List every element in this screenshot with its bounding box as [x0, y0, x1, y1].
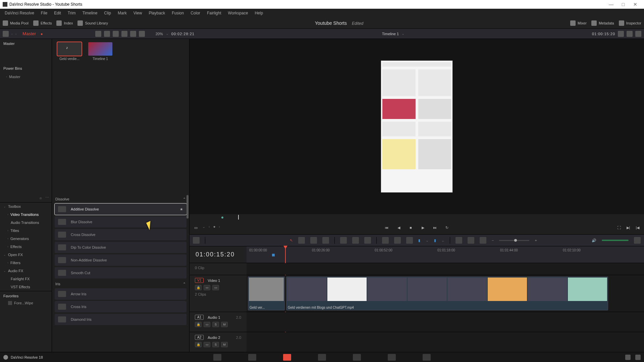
go-end-icon[interactable]: ▶| — [625, 225, 631, 231]
menu-clip[interactable]: Clip — [101, 11, 114, 15]
page-fusion[interactable] — [318, 354, 326, 361]
fullscreen-icon[interactable]: ⛶ — [616, 225, 622, 231]
fx-additive-dissolve[interactable]: Additive Dissolve★ — [55, 203, 186, 215]
effects-toggle[interactable]: Effects — [33, 20, 52, 26]
stop-button[interactable]: ■ — [408, 225, 414, 231]
link-icon[interactable] — [394, 237, 401, 244]
a2-lock-icon[interactable]: 🔒 — [195, 342, 202, 347]
zoom-detail-icon[interactable] — [480, 237, 486, 244]
fx-non-additive[interactable]: Non-Additive Dissolve — [55, 254, 186, 266]
marker-icon[interactable]: ▮ — [434, 238, 436, 243]
fxtree-video-transitions[interactable]: ›Video Transitions — [0, 210, 52, 219]
timeline-view-icon[interactable] — [193, 237, 200, 244]
view-thumbs-icon[interactable] — [95, 31, 101, 37]
timeline-ruler[interactable]: 01:00:00:00 01:00:26:00 01:00:52:00 01:0… — [247, 246, 644, 263]
powerbin-master[interactable]: ›Master — [0, 73, 52, 80]
zoom-out[interactable]: − — [492, 238, 494, 242]
menu-playback[interactable]: Playback — [146, 11, 168, 15]
home-icon[interactable] — [625, 355, 631, 360]
v1-tag[interactable]: V1 — [195, 278, 204, 283]
zoom-in[interactable]: + — [535, 238, 537, 242]
menu-color[interactable]: Color — [188, 11, 203, 15]
inspector-toggle[interactable]: Inspector — [619, 20, 641, 26]
fxtree-vsteffects[interactable]: VST Effects — [0, 283, 52, 291]
minimize-button[interactable]: — — [605, 1, 617, 8]
a2-arm-icon[interactable]: ▭ — [204, 342, 210, 347]
clip-geld-long[interactable]: Geld verdienen mit Blogs und ChatGPT.mp4 — [286, 277, 608, 310]
a1-lock-icon[interactable]: 🔒 — [195, 322, 202, 327]
menu-edit[interactable]: Edit — [51, 11, 64, 15]
fxtree-toolbox[interactable]: ⌄Toolbox — [0, 202, 52, 210]
fx-dip-to-color[interactable]: Dip To Color Dissolve — [55, 242, 186, 253]
overwrite-icon[interactable] — [352, 237, 359, 244]
fx-blur-dissolve[interactable]: Blur Dissolve — [55, 216, 186, 228]
timeline-name[interactable]: Timeline 1 — [382, 32, 399, 36]
zoom-pct[interactable]: 20% — [156, 32, 163, 36]
fxtree-audiofx[interactable]: ⌄Audio FX — [0, 267, 52, 275]
fxtree-fairlightfx[interactable]: Fairlight FX — [0, 275, 52, 283]
replace-icon[interactable] — [364, 237, 371, 244]
metadata-toggle[interactable]: Metadata — [591, 20, 614, 26]
clip-thumb-geld[interactable]: ♪ Geld verdie... — [57, 42, 82, 61]
menu-resolve[interactable]: DaVinci Resolve — [2, 11, 37, 15]
breadcrumb-master[interactable]: Master — [22, 31, 36, 36]
menu-fusion[interactable]: Fusion — [169, 11, 186, 15]
clip-geld-short[interactable]: Geld ver... — [248, 277, 285, 310]
play-button[interactable]: ▶ — [420, 225, 426, 231]
fx-arrow-iris[interactable]: Arrow Iris — [55, 288, 186, 300]
fx-search-icon[interactable]: ⌕ — [40, 196, 42, 200]
jump-end-button[interactable]: ⏭ — [432, 225, 438, 231]
blade-edit-icon[interactable] — [382, 237, 389, 244]
nav-back[interactable]: ‹ — [11, 32, 13, 36]
menu-help[interactable]: Help — [252, 11, 266, 15]
a2-mute-button[interactable]: M — [221, 342, 228, 347]
search-icon[interactable] — [121, 31, 127, 37]
fxtree-audio-transitions[interactable]: Audio Transitions — [0, 219, 52, 227]
flag-icon[interactable]: ▮ — [418, 238, 420, 243]
menu-fairlight[interactable]: Fairlight — [204, 11, 224, 15]
fxcat-dissolve[interactable]: Dissolve⌃ — [55, 195, 186, 203]
mediapool-toggle[interactable]: Media Pool — [3, 20, 29, 26]
fxtree-titles[interactable]: ›Titles — [0, 227, 52, 235]
a1-arm-icon[interactable]: ▭ — [204, 322, 210, 327]
mixer-toggle[interactable]: Mixer — [570, 20, 587, 26]
fx-diamond-iris[interactable]: Diamond Iris — [55, 314, 186, 325]
sort-icon[interactable] — [130, 31, 136, 37]
menu-trim[interactable]: Trim — [65, 11, 78, 15]
menu-file[interactable]: File — [38, 11, 50, 15]
trim-tool-icon[interactable] — [298, 237, 305, 244]
fx-cross-dissolve[interactable]: Cross Dissolve — [55, 229, 186, 240]
timeline-timecode[interactable]: 01:00:15:20 — [190, 246, 247, 263]
fx-smooth-cut[interactable]: Smooth Cut — [55, 267, 186, 279]
fxtree-openfx[interactable]: ⌄Open FX — [0, 251, 52, 259]
safe-area-icon[interactable]: ▭ — [193, 225, 199, 231]
bypass-icon[interactable] — [618, 31, 624, 37]
v1-lock-icon[interactable]: 🔒 — [195, 285, 202, 290]
fxtree-filters[interactable]: ›Filters — [0, 259, 52, 267]
page-deliver[interactable] — [423, 354, 431, 361]
menu-view[interactable]: View — [131, 11, 145, 15]
close-button[interactable]: ✕ — [629, 1, 641, 8]
zoom-slider[interactable] — [499, 240, 529, 241]
lock-icon[interactable] — [406, 237, 413, 244]
more-icon[interactable] — [139, 31, 145, 37]
menu-mark[interactable]: Mark — [115, 11, 129, 15]
a2-solo-button[interactable]: S — [212, 342, 219, 347]
zoom-fit-icon[interactable] — [468, 237, 474, 244]
v1-disable-icon[interactable]: ▭ — [212, 285, 219, 290]
maximize-button[interactable]: □ — [617, 1, 629, 8]
fx-scrollbar[interactable] — [186, 195, 189, 219]
loop-button[interactable]: ↻ — [444, 225, 450, 231]
page-fairlight[interactable] — [388, 354, 396, 361]
a1-tag[interactable]: A1 — [195, 315, 204, 320]
fx-cross-iris[interactable]: Cross Iris — [55, 301, 186, 312]
page-edit[interactable] — [283, 354, 291, 361]
fxtree-generators[interactable]: ›Generators — [0, 235, 52, 243]
blade-tool-icon[interactable] — [322, 237, 329, 244]
a2-tag[interactable]: A2 — [195, 335, 204, 340]
a1-solo-button[interactable]: S — [212, 322, 219, 327]
dualview-icon[interactable] — [627, 31, 633, 37]
clip-thumb-timeline1[interactable]: Timeline 1 — [88, 42, 112, 61]
powerbins-header[interactable]: Power Bins — [0, 64, 52, 73]
viewer-scrubber[interactable] — [190, 214, 644, 221]
